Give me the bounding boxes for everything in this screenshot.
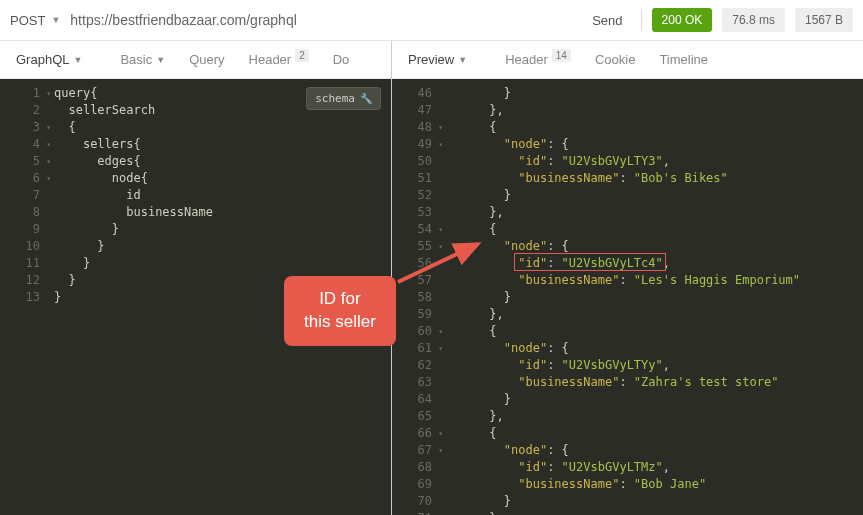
annotation-callout: ID for this seller	[284, 276, 396, 346]
header-count-badge: 2	[295, 49, 309, 62]
response-panel: Preview ▼ Header 14 Cookie Timeline 4647…	[392, 41, 863, 515]
tab-timeline[interactable]: Timeline	[647, 41, 720, 78]
header-count-badge: 14	[552, 49, 571, 62]
response-viewer[interactable]: 4647484950515253545556575859606162636465…	[392, 79, 863, 515]
request-tabs: GraphQL ▼ Basic ▼ Query Header 2 Do	[0, 41, 391, 79]
tab-resp-header[interactable]: Header 14	[493, 41, 583, 78]
method-dropdown[interactable]: POST ▼	[10, 13, 60, 28]
chevron-down-icon: ▼	[156, 55, 165, 65]
tab-graphql[interactable]: GraphQL ▼	[4, 41, 94, 78]
status-badge: 200 OK	[652, 8, 713, 32]
chevron-down-icon: ▼	[458, 55, 467, 65]
schema-button[interactable]: schema 🔧	[306, 87, 381, 110]
time-badge: 76.8 ms	[722, 8, 785, 32]
response-tabs: Preview ▼ Header 14 Cookie Timeline	[392, 41, 863, 79]
tab-query[interactable]: Query	[177, 41, 236, 78]
chevron-down-icon: ▼	[51, 15, 60, 25]
wrench-icon: 🔧	[360, 90, 372, 107]
request-bar: POST ▼ Send 200 OK 76.8 ms 1567 B	[0, 0, 863, 41]
code-area: } }, { "node": { "id": "U2VsbGVyLTY3", "…	[446, 79, 863, 515]
tab-cookie[interactable]: Cookie	[583, 41, 647, 78]
send-button[interactable]: Send	[584, 13, 630, 28]
divider	[641, 9, 642, 31]
tab-header[interactable]: Header 2	[237, 41, 321, 78]
url-input[interactable]	[70, 12, 574, 28]
size-badge: 1567 B	[795, 8, 853, 32]
chevron-down-icon: ▼	[73, 55, 82, 65]
tab-basic[interactable]: Basic ▼	[108, 41, 177, 78]
tab-docs[interactable]: Do	[321, 41, 362, 78]
tab-preview[interactable]: Preview ▼	[396, 41, 479, 78]
line-gutter: 12345678910111213	[0, 79, 48, 515]
method-label: POST	[10, 13, 45, 28]
line-gutter: 4647484950515253545556575859606162636465…	[392, 79, 440, 515]
